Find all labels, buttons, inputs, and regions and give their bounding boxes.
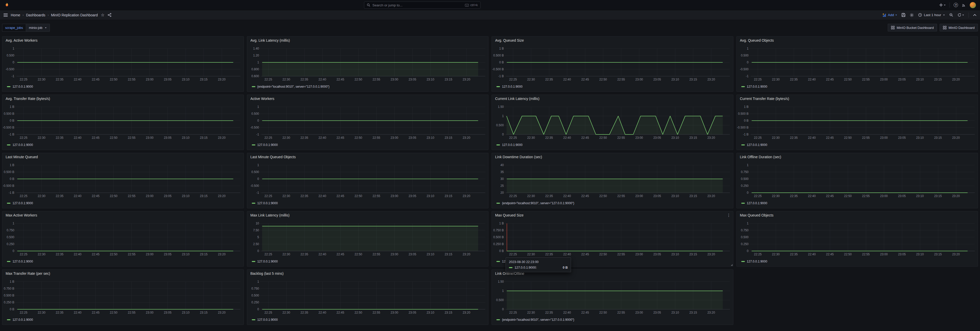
plot-area[interactable]: 1 B0.750 B0.500 B0.250 B0 B22:2522:3022:… [506,223,730,251]
panel-title[interactable]: Current Transfer Rate (bytes/s) [740,97,789,101]
favorite-button[interactable]: ☆ [101,13,104,18]
help-button[interactable]: ? [954,3,958,7]
plot-area[interactable]: 1.401.2010.8000.60022:2522:3022:3522:402… [261,49,485,76]
plot-area[interactable]: 1 B0.500 B0 B-0.500 B-1 B22:2522:3022:35… [17,165,240,193]
legend-item[interactable]: 127.0.0.1:9000 [741,143,767,147]
x-axis-label: 22:45 [92,78,99,81]
share-button[interactable] [108,13,111,17]
panel-title[interactable]: Avg. Transfer Rate (bytes/s) [6,97,50,101]
plot-area[interactable]: 10.7500.5000.250022:2522:3022:3522:4022:… [17,223,240,251]
legend-item[interactable]: 127.0.0.1:9000 [7,201,33,205]
add-panel-button[interactable]: Add [883,13,897,17]
variable-value-dropdown[interactable]: minio-job [26,24,50,32]
panel-title[interactable]: Max Queued Objects [740,213,774,217]
user-avatar[interactable] [970,2,976,8]
panel-title[interactable]: Max Queued Size [495,213,523,217]
time-series-chart[interactable] [506,107,730,134]
panel-title[interactable]: Link Downtime Duration (sec) [495,155,542,159]
legend-item[interactable]: 127.0.0.1:9000 [741,260,767,263]
x-axis-label: 22:30 [38,78,46,81]
link-minio-bucket-dashboard[interactable]: MinIO Bucket Dashboard [888,24,937,32]
panel-title[interactable]: Backlog (last 5 mins) [250,271,284,275]
panel-title[interactable]: Avg. Active Workers [6,38,38,43]
collapse-topbar-button[interactable] [973,14,977,16]
grafana-logo[interactable] [4,2,10,8]
panel-title[interactable]: Avg. Link Latency (millis) [250,38,290,43]
panel-title[interactable]: Max Active Workers [6,213,37,217]
time-series-chart[interactable] [506,49,730,76]
legend-item[interactable]: 127.0.0.1:9000 [7,318,33,321]
time-series-chart[interactable] [261,223,485,251]
plot-area[interactable]: 10.5000-0.500-122:2522:3022:3522:4022:45… [261,107,485,134]
variable-scrape-jobs[interactable]: scrape_jobs minio-job [2,24,50,32]
breadcrumb-home[interactable]: Home [11,13,20,17]
plot-area[interactable]: 1 B0.500 B0 B-0.500 B-1 B22:2522:3022:35… [17,107,240,134]
save-dashboard-button[interactable] [902,13,905,17]
plot-area[interactable]: 10.5000-0.500-122:2522:3022:3522:4022:45… [17,49,240,76]
panel-resize-handle[interactable] [731,264,733,266]
panel-title[interactable]: Last Minute Queued Objects [250,155,296,159]
plot-area[interactable]: 1 B0.500 B0 B-0.500 B-1 B22:2522:3022:35… [506,49,730,76]
legend-item[interactable]: 127.0.0.1:9000 [7,260,33,263]
plot-area[interactable]: 403530252022:2522:3022:3522:4022:4522:50… [506,165,730,193]
legend-item[interactable]: 127.0.0.1:9000 [496,85,522,88]
zoom-out-button[interactable] [949,13,953,17]
legend-item[interactable]: 127.0.0.1:9000 [496,143,522,147]
refresh-button[interactable] [958,13,964,17]
panel-title[interactable]: Link Offline Duration (sec) [740,155,781,159]
plot-area[interactable]: 1.5010.500022:2522:3022:3522:4022:4522:5… [506,282,730,309]
legend-item[interactable]: 127.0.0.1:9000 [252,143,278,147]
panel-title[interactable]: Last Minute Queued [6,155,38,159]
panel-title[interactable]: Current Link Latency (millis) [495,97,539,101]
time-series-chart[interactable] [506,282,730,309]
search-input[interactable]: Search or jump to... ctrl+k [364,2,480,9]
legend-item[interactable]: {endpoint="localhost:9010", server="127.… [252,85,330,88]
time-series-chart[interactable] [506,223,730,251]
legend-item[interactable]: 127.0.0.1:9000 [741,85,767,88]
time-series-chart[interactable] [17,165,240,193]
panel-title[interactable]: Max Transfer Rate (per sec) [6,271,50,275]
time-series-chart[interactable] [261,49,485,76]
legend-item[interactable]: {endpoint="localhost:9010", server="127.… [496,318,574,321]
time-series-chart[interactable] [506,165,730,193]
plot-area[interactable]: 10.7500.5000.250022:2522:3022:3522:4022:… [751,223,975,251]
time-series-chart[interactable] [751,49,975,76]
news-button[interactable] [962,3,966,7]
plot-area[interactable]: 107.5052.50022:2522:3022:3522:4022:4522:… [261,223,485,251]
plot-area[interactable]: 10.5000-0.500-122:2522:3022:3522:4022:45… [751,49,975,76]
time-series-chart[interactable] [261,165,485,193]
time-series-chart[interactable] [751,223,975,251]
link-minio-dashboard[interactable]: MinIO Dashboard [940,24,978,32]
legend-item[interactable]: 127.0.0.1:9000 [252,201,278,205]
plot-area[interactable]: 1 B0.500 B0 B-0.500 B-1 B22:2522:3022:35… [751,107,975,134]
plot-area[interactable]: 10.7500.5000.250022:2522:3022:3522:4022:… [261,282,485,309]
time-series-chart[interactable] [751,165,975,193]
legend-item[interactable]: {endpoint="localhost:9010", server="127.… [496,201,574,205]
panel-menu-icon[interactable]: ⋮ [727,213,731,218]
breadcrumb-dashboards[interactable]: Dashboards [26,13,46,17]
time-series-chart[interactable] [751,107,975,134]
panel-title[interactable]: Active Workers [250,97,275,101]
new-menu-button[interactable] [939,3,946,7]
time-series-chart[interactable] [261,107,485,134]
plot-area[interactable]: 10.7500.5000.250022:2522:3022:3522:4022:… [751,165,975,193]
legend-item[interactable]: 127.0.0.1:9000 [741,201,767,205]
legend-item[interactable]: 127.0.0.1:9000 [7,143,33,147]
time-series-chart[interactable] [17,223,240,251]
panel-title[interactable]: Max Link Latency (millis) [250,213,290,217]
time-range-picker[interactable]: Last 1 hour [918,13,945,17]
legend-item[interactable]: 127.0.0.1:9000 [7,85,33,88]
dashboard-settings-button[interactable] [910,13,914,17]
time-series-chart[interactable] [261,282,485,309]
panel-title[interactable]: Avg. Queued Objects [740,38,774,43]
legend-item[interactable]: 127.0.0.1:9000 [252,260,278,263]
panel-title[interactable]: Avg. Queued Size [495,38,524,43]
plot-area[interactable]: 10.5000-0.500-122:2522:3022:3522:4022:45… [261,165,485,193]
time-series-chart[interactable] [17,107,240,134]
legend-item[interactable]: 127.0.0.1:9000 [252,318,278,321]
menu-toggle-button[interactable] [3,13,8,17]
plot-area[interactable]: 1.5010.500022:2522:3022:3522:4022:4522:5… [506,107,730,134]
time-series-chart[interactable] [17,49,240,76]
time-series-chart[interactable] [17,282,240,309]
plot-area[interactable]: 1 B0.750 B0.500 B0.250 B0 B22:2522:3022:… [17,282,240,309]
